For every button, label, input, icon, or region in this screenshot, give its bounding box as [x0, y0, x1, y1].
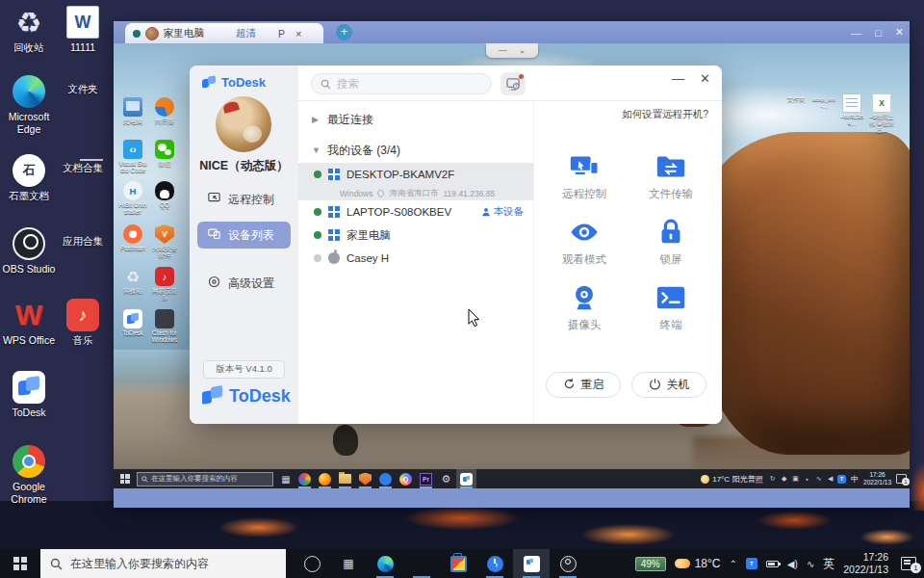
version-label[interactable]: 版本号 V4.1.0	[203, 360, 285, 379]
sidebar-item-device-list[interactable]: 设备列表	[197, 222, 291, 249]
taskbar-app-explorer[interactable]	[403, 549, 440, 578]
host-start-button[interactable]	[0, 549, 40, 578]
desktop-icon-huorong[interactable]: 火绒安全软件	[149, 224, 180, 259]
host-clock[interactable]: 17:26 2022/1/13	[843, 551, 888, 576]
taskbar-app-folder[interactable]	[335, 469, 355, 488]
remote-tray-icon-3[interactable]: ▪	[803, 475, 811, 484]
action-camera[interactable]: 摄像头	[543, 281, 626, 332]
remote-start-button[interactable]	[114, 474, 137, 484]
taskbar-app-store[interactable]	[440, 549, 476, 578]
taskbar-app-cortana[interactable]	[294, 549, 330, 578]
tab-close-icon[interactable]: ×	[295, 28, 301, 39]
device-row-laptop-s08okbev[interactable]: LAPTOP-S08OKBEV本设备	[298, 200, 533, 223]
desktop-icon-vscode[interactable]: Visual Studio Code	[117, 140, 148, 174]
action-terminal[interactable]: 终端	[629, 281, 712, 332]
desktop-icon-google-chrome[interactable]: Google Chrome	[1, 445, 57, 505]
sidebar-item-advanced-settings[interactable]: 高级设置	[197, 270, 291, 297]
network-signal-icon[interactable]: ∿	[807, 559, 814, 569]
todesk-close-icon[interactable]: ✕	[700, 71, 710, 86]
new-connection-button[interactable]: +	[336, 24, 352, 40]
taskbar-app-taskview[interactable]: ▦	[330, 549, 367, 578]
battery-percent-badge[interactable]: 49%	[635, 557, 666, 571]
desktop-icon-obs-studio[interactable]: OBS Studio	[1, 227, 57, 276]
hidden-icons-chevron[interactable]: ⌃	[729, 559, 736, 569]
host-ime-indicator[interactable]: 英	[823, 556, 834, 572]
host-taskbar-search[interactable]: 在这里输入你要搜索的内容	[40, 549, 286, 578]
taskbar-app-edge[interactable]	[367, 549, 403, 578]
desktop-icon-recycle-bin[interactable]: ♻回收站	[117, 267, 148, 294]
desktop-icon-todesk[interactable]: ToDesk	[1, 371, 57, 419]
sidebar-item-remote-control[interactable]: 远程控制	[197, 186, 291, 213]
privacy-badge[interactable]: P	[278, 28, 285, 39]
taskbar-app-todesk[interactable]	[456, 469, 476, 488]
action-file-transfer[interactable]: 文件传输	[629, 150, 712, 201]
host-notification-button[interactable]: 1	[901, 557, 916, 570]
device-row-home-pc[interactable]: 家里电脑	[298, 223, 533, 247]
connection-history-button[interactable]	[500, 72, 526, 95]
remote-wake-help-link[interactable]: 如何设置远程开机?	[622, 108, 708, 121]
desktop-icon-shimo-docs[interactable]: 石石墨文档	[1, 154, 57, 202]
desktop-icon-sunlogin[interactable]: 向日葵	[149, 97, 180, 124]
desktop-icon-music[interactable]: 音乐	[55, 299, 111, 347]
taskbar-app-huorong[interactable]	[355, 469, 375, 488]
host-weather-widget[interactable]: 18°C	[675, 557, 721, 570]
desktop-icon-todesk[interactable]: ToDesk	[117, 309, 148, 336]
desktop-icon-apps-collection[interactable]: 应用合集	[55, 227, 111, 247]
desktop-icon-hibit-uninstaller[interactable]: HiBit Uninstaller	[117, 181, 148, 216]
taskbar-app-todesk[interactable]	[513, 549, 550, 578]
taskbar-app-premiere[interactable]: Pr	[416, 469, 436, 488]
remote-task-view-button[interactable]: ▦	[277, 474, 295, 485]
desktop-icon-wps-office[interactable]: WWPS Office	[1, 299, 57, 347]
taskbar-app-settings[interactable]: ⚙	[436, 469, 456, 488]
desktop-icon-wrl-doc[interactable]: ~WRL384...	[837, 93, 866, 127]
remote-notification-button[interactable]: 1	[896, 474, 907, 484]
desktop-icon-clash[interactable]: Clash for Windows	[149, 309, 180, 344]
desktop-icon-postman[interactable]: Postman	[117, 224, 148, 251]
device-group-my-devices[interactable]: ▼我的设备 (3/4)	[298, 138, 533, 163]
desktop-icon-docs-collection[interactable]: 文档合集	[55, 154, 111, 173]
desktop-icon-recycle-bin[interactable]: ♻回收站	[1, 6, 57, 54]
toolbar-minimize-icon[interactable]: —	[499, 46, 507, 55]
action-lock-screen[interactable]: 锁屏	[629, 216, 712, 267]
taskbar-app-clockapp[interactable]	[476, 549, 513, 578]
remote-tray-icon-0[interactable]: ↻	[768, 475, 777, 484]
shutdown-button[interactable]: 关机	[631, 372, 706, 398]
window-close-icon[interactable]: ✕	[895, 26, 904, 39]
remote-window-titlebar[interactable]: 家里电脑 超清 P × + — □ ✕	[114, 21, 910, 43]
remote-tray-icon-1[interactable]: ◆	[780, 475, 788, 484]
desktop-icon-sdxp-vm[interactable]: sdxp_vm-...	[809, 93, 838, 110]
user-avatar[interactable]	[216, 96, 271, 152]
remote-weather-widget[interactable]: 17°C 阳光普照	[701, 474, 763, 485]
device-row-casey-h[interactable]: Casey H	[298, 247, 533, 270]
desktop-icon-microsoft-edge[interactable]: Microsoft Edge	[1, 75, 57, 135]
desktop-icon-excel-doc[interactable]: ~$使用上线 审批状态...	[867, 93, 896, 134]
quality-badge[interactable]: 超清	[236, 27, 256, 40]
remote-session-tab[interactable]: 家里电脑 超清 P ×	[125, 23, 323, 43]
volume-icon[interactable]: ◀)	[787, 559, 798, 569]
remote-clock[interactable]: 17:26 2022/1/13	[863, 471, 891, 486]
desktop-icon-wechat[interactable]: 微信	[149, 140, 180, 167]
device-search-input[interactable]: 搜索	[311, 73, 492, 94]
device-group-recent[interactable]: ▶最近连接	[298, 107, 533, 132]
battery-tray-icon[interactable]	[766, 561, 779, 567]
device-row-desktop-bkamv2f[interactable]: DESKTOP-BKAMV2FWindows海南省海口市119.41.236.8…	[298, 163, 533, 200]
todesk-minimize-icon[interactable]: —	[672, 71, 684, 86]
remote-ime-indicator[interactable]: 中	[851, 474, 859, 485]
taskbar-app-quark[interactable]: Q	[396, 469, 416, 488]
desktop-icon-folder-right[interactable]: 文件夹	[782, 93, 810, 103]
taskbar-app-meeting[interactable]	[375, 469, 396, 488]
remote-tray-icon-2[interactable]: ▣	[791, 475, 800, 484]
remote-tray-icon-5[interactable]: ◀	[826, 475, 834, 484]
taskbar-app-firefox[interactable]	[315, 469, 335, 488]
desktop-icon-netease-music[interactable]: 网易云音乐	[149, 267, 180, 302]
window-maximize-icon[interactable]: □	[875, 27, 882, 39]
toolbar-expand-icon[interactable]: ⌄	[519, 46, 526, 55]
desktop-icon-folder[interactable]: 文件夹	[55, 75, 111, 94]
taskbar-app-obs[interactable]	[550, 549, 586, 578]
desktop-icon-doc-11111[interactable]: W11111	[55, 6, 111, 54]
remote-taskbar-search[interactable]: 在这里输入你要搜索的内容	[137, 472, 273, 486]
action-remote-control[interactable]: 远程控制	[543, 150, 626, 201]
todesk-tray-icon[interactable]: T	[837, 475, 846, 484]
remote-tray-icon-4[interactable]: ∿	[814, 475, 823, 484]
desktop-icon-this-pc[interactable]: 此电脑	[117, 97, 148, 124]
